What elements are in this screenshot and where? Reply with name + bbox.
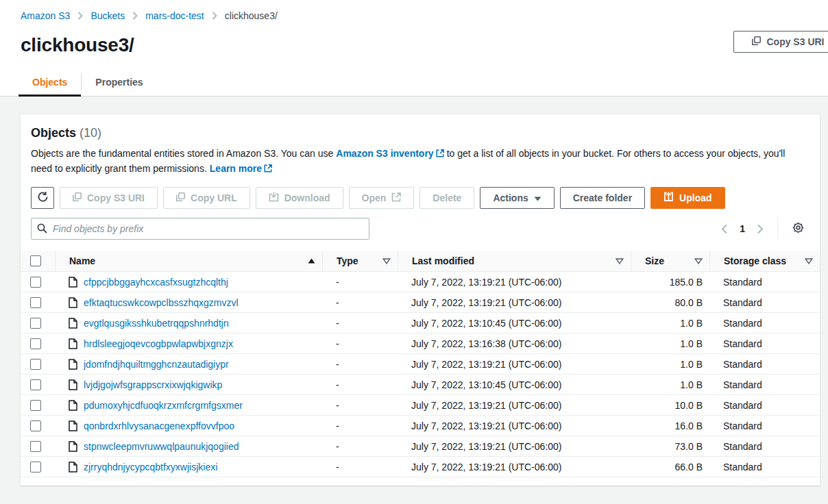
table-header-row: NameTypeLast modifiedSizeStorage class [21, 251, 820, 272]
object-size: 80.0 B [631, 292, 709, 312]
row-checkbox[interactable] [30, 441, 41, 452]
object-size: 185.0 B [631, 272, 709, 292]
column-header-storage-class[interactable]: Storage class [709, 251, 820, 271]
breadcrumb-item[interactable]: Amazon S3 [21, 10, 70, 21]
refresh-button[interactable] [31, 187, 54, 209]
object-storage-class: Standard [709, 354, 820, 374]
select-all-checkbox[interactable] [30, 255, 41, 266]
tab-properties[interactable]: Properties [82, 68, 156, 96]
copy-s3-uri-button[interactable]: Copy S3 URI [60, 187, 158, 209]
table-row: evgtlqusgiksshkubetrqqpshnrhdtjn - July … [21, 313, 820, 333]
row-checkbox[interactable] [30, 420, 41, 431]
tab-objects[interactable]: Objects [19, 68, 81, 97]
external-link-icon [391, 192, 401, 204]
column-header-type[interactable]: Type [322, 251, 398, 271]
breadcrumb-item: clickhouse3/ [225, 10, 278, 21]
object-last-modified: July 7, 2022, 13:19:21 (UTC-06:00) [398, 395, 631, 415]
object-size: 10.0 B [631, 395, 709, 415]
file-icon [69, 338, 77, 349]
actions-menu-button[interactable]: Actions [480, 187, 554, 209]
row-checkbox[interactable] [30, 338, 41, 349]
breadcrumb: Amazon S3Bucketsmars-doc-testclickhouse3… [21, 10, 807, 21]
object-size: 73.0 B [631, 436, 709, 456]
object-storage-class: Standard [709, 313, 820, 333]
object-type: - [322, 457, 398, 477]
amazon-s3-inventory-link[interactable]: Amazon S3 inventory [336, 148, 443, 159]
objects-table: NameTypeLast modifiedSizeStorage class c… [21, 251, 820, 477]
delete-button[interactable]: Delete [419, 187, 474, 209]
pagination: 1 [720, 218, 806, 239]
file-icon [69, 359, 77, 370]
column-header-last-modified[interactable]: Last modified [398, 251, 631, 271]
row-checkbox-cell [21, 333, 55, 353]
row-checkbox-cell [21, 272, 55, 292]
caret-down-icon [534, 192, 541, 203]
file-icon [69, 277, 77, 288]
object-name-link[interactable]: evgtlqusgiksshkubetrqqpshnrhdtjn [84, 318, 229, 329]
column-header-size[interactable]: Size [631, 251, 709, 271]
object-name-cell: lvjdjgojwfsgrappscrxixwjqkigwikp [55, 375, 322, 394]
object-last-modified: July 7, 2022, 13:19:21 (UTC-06:00) [398, 436, 631, 456]
breadcrumb-item[interactable]: mars-doc-test [145, 10, 204, 21]
breadcrumb-item[interactable]: Buckets [90, 10, 125, 21]
object-name-link[interactable]: stpnwcleepmvruwwqlpaunukjqogiied [84, 441, 239, 452]
current-page[interactable]: 1 [738, 223, 746, 234]
object-last-modified: July 7, 2022, 13:10:45 (UTC-06:00) [398, 375, 631, 394]
row-checkbox[interactable] [30, 400, 41, 411]
object-size: 1.0 B [631, 375, 709, 394]
table-body: cfppcjbbggayhcxcasfxsugtzhcqlthj - July … [21, 272, 820, 477]
next-page-button[interactable] [755, 223, 765, 236]
file-icon [69, 441, 77, 452]
object-name-cell: stpnwcleepmvruwwqlpaunukjqogiied [55, 436, 322, 456]
tab-bar: ObjectsProperties [19, 68, 828, 96]
upload-button[interactable]: Upload [650, 187, 724, 209]
preferences-gear-button[interactable] [790, 220, 806, 238]
objects-toolbar: Copy S3 URI Copy URL Download Open Delet… [31, 187, 809, 209]
row-checkbox[interactable] [30, 318, 41, 329]
copy-icon [73, 192, 82, 203]
object-name-link[interactable]: lvjdjgojwfsgrappscrxixwjqkigwikp [84, 379, 222, 390]
row-checkbox[interactable] [30, 379, 41, 390]
row-checkbox-cell [21, 436, 55, 456]
copy-s3-uri-header-button[interactable]: Copy S3 URI [733, 31, 828, 53]
object-last-modified: July 7, 2022, 13:19:21 (UTC-06:00) [398, 457, 631, 477]
object-type: - [322, 416, 398, 436]
objects-panel-title: Objects (10) [31, 126, 809, 140]
divider [777, 218, 778, 239]
breadcrumb-chevron-icon [212, 12, 217, 20]
page-header: Amazon S3Bucketsmars-doc-testclickhouse3… [0, 0, 828, 97]
object-name-link[interactable]: zjrryqhdnjycypcqbtfxyxwjisjkiexi [84, 462, 217, 473]
row-checkbox[interactable] [30, 359, 41, 370]
object-name-link[interactable]: hrdlsleegjoqevcogbpwlapwbjxgnzjx [84, 338, 233, 349]
row-checkbox-cell [21, 354, 55, 374]
breadcrumb-chevron-icon [132, 12, 138, 20]
object-type: - [322, 333, 398, 353]
previous-page-button[interactable] [720, 223, 729, 236]
column-header-name[interactable]: Name [55, 251, 322, 271]
breadcrumb-chevron-icon [77, 12, 83, 20]
learn-more-link[interactable]: Learn more [210, 163, 272, 174]
copy-url-button[interactable]: Copy URL [163, 187, 250, 209]
objects-panel: Objects (10) Objects are the fundamental… [21, 114, 820, 486]
download-icon [269, 192, 279, 204]
table-row: jdomfndjhquiltmgghcnzautadigiypr - July … [21, 354, 820, 375]
object-name-link[interactable]: qonbrdxrhlvysanacgenexpffovvfpoo [84, 420, 234, 431]
object-name-cell: qonbrdxrhlvysanacgenexpffovvfpoo [55, 416, 322, 436]
row-checkbox[interactable] [30, 277, 41, 288]
sort-icon [687, 258, 703, 264]
object-type: - [322, 395, 398, 415]
object-name-link[interactable]: jdomfndjhquiltmgghcnzautadigiypr [84, 359, 229, 370]
row-checkbox-cell [21, 292, 55, 312]
sort-icon [609, 258, 624, 264]
open-button[interactable]: Open [349, 187, 415, 209]
object-name-link[interactable]: pdumoxyhjcdfuoqkrzxmfcrgmfgsxmer [84, 400, 243, 411]
row-checkbox[interactable] [30, 462, 41, 473]
download-button[interactable]: Download [256, 187, 343, 209]
search-input[interactable] [31, 218, 369, 240]
create-folder-button[interactable]: Create folder [560, 187, 645, 209]
object-name-link[interactable]: efktaqtucswkcowpclbsszhqxgzmvzvl [84, 297, 239, 308]
search-box [31, 218, 369, 240]
object-name-cell: pdumoxyhjcdfuoqkrzxmfcrgmfgsxmer [55, 395, 322, 415]
object-name-link[interactable]: cfppcjbbggayhcxcasfxsugtzhcqlthj [84, 277, 228, 288]
row-checkbox[interactable] [30, 297, 41, 308]
